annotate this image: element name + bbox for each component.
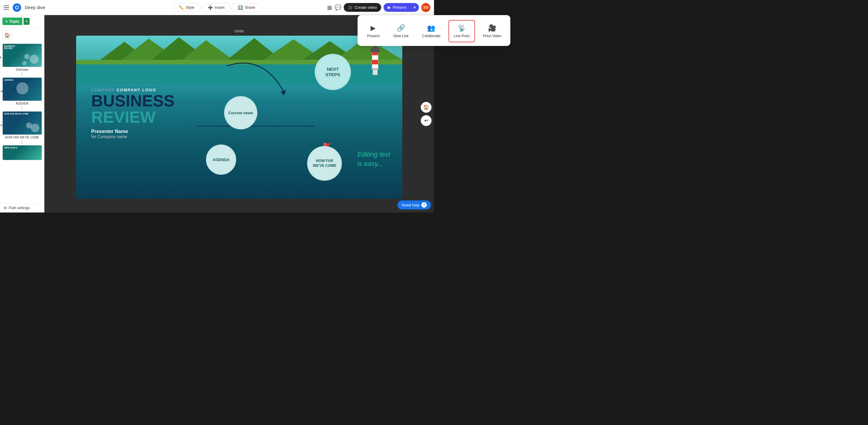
app-logo bbox=[13, 3, 21, 12]
next-steps-label: NEXT STEPS bbox=[325, 66, 340, 77]
comment-icon[interactable]: 💬 bbox=[335, 4, 341, 11]
create-video-button[interactable]: 🎥 Create video bbox=[344, 3, 381, 12]
agenda-label: AGENDA bbox=[213, 158, 229, 162]
review-title[interactable]: REVIEW bbox=[91, 109, 175, 125]
path-settings-icon: ⚙ bbox=[4, 206, 7, 210]
thumb-agenda-circle bbox=[16, 82, 28, 94]
bubble-next-steps[interactable]: NEXT STEPS bbox=[315, 54, 351, 90]
nav-center-buttons: ✏️ Style ➕ Insert ⬆️ Share bbox=[173, 3, 261, 12]
svg-rect-13 bbox=[371, 49, 380, 52]
insert-button[interactable]: ➕ Insert bbox=[202, 3, 231, 12]
presenter-name[interactable]: Presenter Name bbox=[91, 129, 175, 134]
need-help-icon: ? bbox=[421, 202, 427, 208]
business-title[interactable]: BUSINESS bbox=[91, 92, 175, 109]
hamburger-menu[interactable] bbox=[4, 5, 9, 10]
right-home-icon: 🏠 bbox=[423, 104, 429, 110]
sidebar-item-agenda[interactable]: 2-3 AGENDA AGENDA bbox=[0, 76, 44, 106]
slide-thumb-overview[interactable]: BUSINESSREVIEW bbox=[2, 44, 42, 67]
nav-right-area: ▦ 💬 🎥 Create video ▶ Present ▾ SO bbox=[327, 3, 430, 12]
home-sidebar-icon: 🏠 bbox=[4, 32, 10, 38]
slide-title-area: COMPANY COMPANY LOGO BUSINESS REVIEW Pre… bbox=[91, 87, 175, 139]
share-viewlink-option[interactable]: 🔗 View Link bbox=[388, 20, 414, 42]
present-dropdown-arrow[interactable]: ▾ bbox=[411, 3, 419, 12]
svg-rect-12 bbox=[372, 60, 378, 64]
thumb-howfar-circle1 bbox=[31, 124, 39, 132]
thumb-circle-1 bbox=[30, 55, 39, 64]
thumb-circle-2 bbox=[24, 54, 30, 59]
slide-thumb-agenda[interactable]: AGENDA bbox=[2, 77, 42, 101]
arrow-curve-svg bbox=[209, 60, 300, 105]
editing-text[interactable]: Editing text is easy... bbox=[357, 150, 390, 169]
video-cam-icon: 🎥 bbox=[348, 5, 353, 10]
right-back-icon: ↩ bbox=[424, 118, 428, 123]
howfar-label: HOW FAR WE'VE COME bbox=[313, 159, 336, 168]
topic-dropdown-button[interactable]: ▾ bbox=[24, 18, 30, 25]
current-news-label: Current news bbox=[228, 111, 253, 115]
sidebar: + Topic ▾ 🏠 1 BUSINESSREVIEW Overview 2-… bbox=[0, 15, 44, 213]
bubble-current-news[interactable]: Current news bbox=[224, 96, 257, 130]
sidebar-home-button[interactable]: 🏠 bbox=[2, 30, 12, 40]
style-button[interactable]: ✏️ Style bbox=[173, 3, 201, 12]
path-settings-bar[interactable]: ⚙ Path settings bbox=[0, 203, 44, 213]
collaborate-option-icon: 👥 bbox=[427, 24, 434, 32]
path-settings-label: Path settings bbox=[9, 206, 30, 210]
slide-label-howfar: HOW FAR WE'VE COME bbox=[2, 136, 42, 139]
lighthouse bbox=[366, 45, 384, 76]
need-help-label: Need help bbox=[402, 203, 420, 207]
svg-marker-17 bbox=[281, 90, 286, 95]
thumb-howfar-circle2 bbox=[26, 122, 32, 129]
thumb-howfar-text: HOW FAR WE'VE COME bbox=[3, 112, 42, 116]
share-collaborate-option[interactable]: 👥 Collaborate bbox=[416, 20, 434, 42]
canvas-toolbar: Undo bbox=[235, 29, 244, 33]
table-icon[interactable]: ▦ bbox=[327, 4, 332, 11]
sidebar-item-howfar[interactable]: 4-11 HOW FAR WE'VE COME HOW FAR WE'VE CO… bbox=[0, 110, 44, 140]
present-button[interactable]: ▶ Present ▾ bbox=[383, 3, 419, 12]
insert-icon: ➕ bbox=[208, 5, 213, 10]
bubble-agenda[interactable]: AGENDA bbox=[206, 144, 236, 175]
right-home-button[interactable]: 🏠 bbox=[421, 102, 432, 113]
sidebar-header: + Topic ▾ bbox=[0, 15, 44, 28]
sidebar-item-overview[interactable]: 1 BUSINESSREVIEW Overview bbox=[0, 42, 44, 73]
bubble-howfar[interactable]: HOW FAR WE'VE COME bbox=[307, 146, 342, 181]
share-button[interactable]: ⬆️ Share bbox=[231, 3, 261, 12]
share-dropdown: ▶ Present 🔗 View Link 👥 Collaborate 📡 Li… bbox=[358, 15, 434, 46]
thumb-circle-3 bbox=[22, 61, 27, 65]
slide-thumb-new[interactable]: NEW GOALS bbox=[2, 145, 42, 160]
slide-connector-3 bbox=[22, 140, 22, 144]
right-back-button[interactable]: ↩ bbox=[421, 115, 432, 126]
slide-thumb-howfar[interactable]: HOW FAR WE'VE COME bbox=[2, 111, 42, 135]
slide-connector-1 bbox=[22, 73, 22, 76]
company-name[interactable]: for Company name bbox=[91, 134, 175, 139]
sidebar-item-new[interactable]: NEW GOALS bbox=[0, 144, 44, 162]
right-navigation: 🏠 ↩ bbox=[421, 102, 432, 126]
thumb-agenda-text: AGENDA bbox=[3, 78, 42, 82]
svg-rect-16 bbox=[373, 69, 377, 75]
style-icon: ✏️ bbox=[179, 5, 184, 10]
play-icon: ▶ bbox=[388, 5, 391, 10]
viewlink-option-icon: 🔗 bbox=[397, 24, 405, 32]
svg-rect-15 bbox=[371, 68, 379, 69]
undo-button[interactable]: Undo bbox=[235, 29, 244, 33]
user-avatar[interactable]: SO bbox=[421, 3, 430, 12]
slide-label-overview: Overview bbox=[2, 68, 42, 71]
horizontal-line bbox=[197, 126, 315, 126]
share-icon: ⬆️ bbox=[238, 5, 243, 10]
share-present-option[interactable]: ▶ Present bbox=[361, 20, 385, 42]
thumb-new-text: NEW GOALS bbox=[3, 145, 42, 150]
plus-icon: + bbox=[5, 19, 8, 24]
top-navigation: Deep dive ✏️ Style ➕ Insert ⬆️ Share ▦ 💬… bbox=[0, 0, 434, 15]
present-option-icon: ▶ bbox=[371, 24, 376, 32]
slide-connector-2 bbox=[22, 106, 22, 110]
thumb-overview-text: BUSINESSREVIEW bbox=[3, 44, 42, 51]
presentation-canvas[interactable]: 🐟 🐠 🤿 🚩 COMPANY COMPANY LOGO BUSINESS RE… bbox=[76, 36, 402, 199]
need-help-button[interactable]: Need help ? bbox=[398, 200, 431, 209]
topic-button[interactable]: + Topic bbox=[2, 18, 22, 25]
slide-label-agenda: AGENDA bbox=[2, 102, 42, 105]
